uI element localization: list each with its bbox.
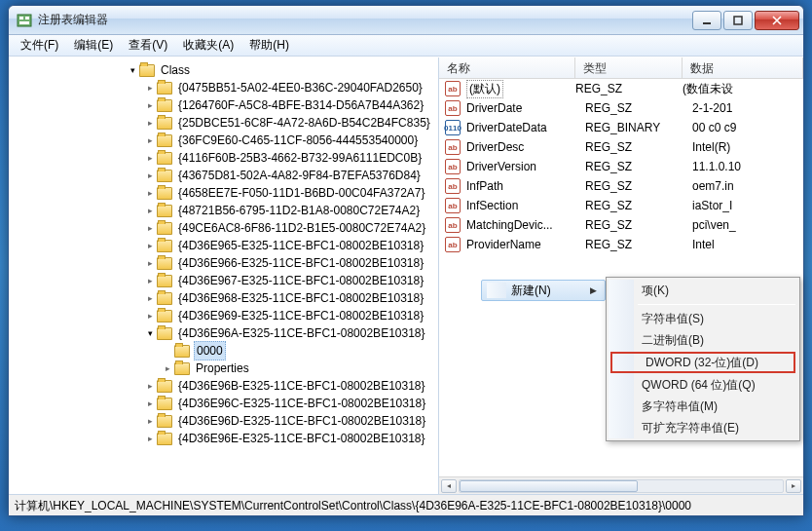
tree-label: 0000: [194, 341, 226, 360]
folder-icon: [157, 415, 172, 428]
window-buttons: [692, 11, 799, 30]
tree-item[interactable]: ▸{4116F60B-25B3-4662-B732-99A6111EDC0B}: [18, 149, 438, 167]
tree-item[interactable]: ▸{4D36E96B-E325-11CE-BFC1-08002BE10318}: [18, 377, 438, 395]
value-row[interactable]: abDriverVersionREG_SZ11.1.0.10: [439, 157, 803, 176]
value-row[interactable]: abMatchingDevic...REG_SZpci\ven_: [439, 215, 803, 235]
expand-icon[interactable]: ▸: [143, 432, 157, 445]
collapse-icon[interactable]: ▾: [143, 326, 157, 340]
expand-icon[interactable]: ▸: [143, 239, 157, 252]
tree-item[interactable]: ▸{4D36E966-E325-11CE-BFC1-08002BE10318}: [18, 254, 438, 272]
string-value-icon: ab: [445, 100, 461, 116]
expand-icon[interactable]: ▸: [143, 291, 157, 305]
window-title: 注册表编辑器: [38, 12, 692, 28]
expand-icon[interactable]: ▸: [143, 309, 157, 322]
tree-item[interactable]: ▸{4D36E96D-E325-11CE-BFC1-08002BE10318}: [18, 412, 438, 430]
horizontal-scrollbar[interactable]: ◂ ▸: [439, 476, 803, 494]
menu-new-string[interactable]: 字符串值(S): [609, 308, 797, 329]
tree-pane[interactable]: ▾ Class ▸{0475BB51-5A02-4EE0-B36C-29040F…: [9, 57, 439, 494]
string-value-icon: ab: [445, 217, 461, 233]
minimize-button[interactable]: [692, 11, 721, 30]
tree-label: {4D36E966-E325-11CE-BFC1-08002BE10318}: [176, 254, 425, 272]
scroll-left-icon[interactable]: ◂: [441, 479, 457, 493]
expand-icon[interactable]: ▸: [143, 116, 157, 130]
expand-icon[interactable]: ▸: [143, 186, 157, 200]
expand-icon[interactable]: ▸: [143, 274, 157, 287]
tree-item[interactable]: ▸{4D36E96E-E325-11CE-BFC1-08002BE10318}: [18, 430, 438, 447]
expand-icon[interactable]: ▸: [143, 397, 157, 410]
tree-label: {4116F60B-25B3-4662-B732-99A6111EDC0B}: [176, 149, 424, 167]
tree-item[interactable]: ▸{43675D81-502A-4A82-9F84-B7EFA5376D84}: [18, 167, 438, 184]
menu-favorites[interactable]: 收藏夹(A): [175, 35, 241, 56]
expand-icon[interactable]: ▸: [143, 81, 157, 95]
app-icon: [17, 13, 32, 28]
menu-new-dword[interactable]: DWORD (32-位)值(D): [610, 352, 795, 373]
context-new-item[interactable]: 新建(N) ▶: [481, 280, 606, 301]
scroll-right-icon[interactable]: ▸: [786, 479, 801, 493]
svg-rect-5: [734, 17, 742, 24]
column-type[interactable]: 类型: [575, 57, 683, 78]
column-data[interactable]: 数据: [683, 57, 803, 78]
value-name: DriverDate: [466, 101, 585, 115]
menu-file[interactable]: 文件(F): [13, 35, 66, 56]
folder-icon: [157, 170, 172, 182]
tree-label: {4D36E96C-E325-11CE-BFC1-08002BE10318}: [176, 395, 427, 412]
menu-view[interactable]: 查看(V): [121, 35, 175, 56]
menu-edit[interactable]: 编辑(E): [66, 35, 121, 56]
tree-item[interactable]: ▸{48721B56-6795-11D2-B1A8-0080C72E74A2}: [18, 202, 438, 219]
expand-icon[interactable]: [161, 344, 174, 358]
expand-icon[interactable]: ▸: [143, 221, 157, 235]
tree-item[interactable]: ▸{36FC9E60-C465-11CF-8056-444553540000}: [18, 132, 438, 149]
menu-new-binary[interactable]: 二进制值(B): [609, 329, 797, 351]
collapse-icon[interactable]: ▾: [126, 63, 139, 77]
tree-item[interactable]: ▸{4D36E967-E325-11CE-BFC1-08002BE10318}: [18, 272, 438, 289]
tree-item[interactable]: ▸{4D36E965-E325-11CE-BFC1-08002BE10318}: [18, 237, 438, 254]
tree-item[interactable]: ▸{0475BB51-5A02-4EE0-B36C-29040FAD2650}: [18, 79, 438, 96]
menu-separator: [638, 304, 795, 305]
value-row[interactable]: abInfPathREG_SZoem7.in: [439, 176, 803, 196]
tree-label: {0475BB51-5A02-4EE0-B36C-29040FAD2650}: [176, 79, 424, 96]
menu-new-qword[interactable]: QWORD (64 位)值(Q): [609, 374, 797, 396]
menu-help[interactable]: 帮助(H): [241, 35, 297, 56]
menu-new-key[interactable]: 项(K): [609, 280, 797, 301]
expand-icon[interactable]: ▸: [143, 133, 157, 147]
tree-item[interactable]: ▸{4D36E969-E325-11CE-BFC1-08002BE10318}: [18, 307, 438, 324]
value-row[interactable]: ab(默认)REG_SZ(数值未设: [439, 79, 803, 98]
value-name: MatchingDevic...: [466, 218, 585, 232]
value-data: (数值未设: [683, 81, 803, 97]
expand-icon[interactable]: ▸: [143, 98, 157, 112]
tree-item[interactable]: ▸{4D36E968-E325-11CE-BFC1-08002BE10318}: [18, 289, 438, 307]
value-type: REG_SZ: [585, 218, 692, 232]
tree-item[interactable]: ▸{4D36E96C-E325-11CE-BFC1-08002BE10318}: [18, 395, 438, 412]
tree-item[interactable]: ▸{25DBCE51-6C8F-4A72-8A6D-B54C2B4FC835}: [18, 114, 438, 132]
expand-icon[interactable]: ▸: [143, 256, 157, 270]
tree-item[interactable]: 0000: [18, 342, 438, 360]
expand-icon[interactable]: ▸: [143, 151, 157, 165]
tree-root[interactable]: ▾ Class: [18, 61, 438, 79]
tree-item[interactable]: ▸{1264760F-A5C8-4BFE-B314-D56A7B44A362}: [18, 96, 438, 114]
value-row[interactable]: abInfSectionREG_SZiaStor_I: [439, 196, 803, 215]
folder-icon: [157, 117, 172, 130]
value-type: REG_SZ: [575, 82, 683, 95]
expand-icon[interactable]: ▸: [161, 361, 174, 375]
value-row[interactable]: abDriverDateREG_SZ2-1-201: [439, 98, 803, 118]
titlebar[interactable]: 注册表编辑器: [9, 6, 803, 35]
menu-new-expandstring[interactable]: 可扩充字符串值(E): [609, 417, 797, 438]
column-name[interactable]: 名称: [439, 57, 575, 78]
value-row[interactable]: abProviderNameREG_SZIntel: [439, 235, 803, 254]
expand-icon[interactable]: ▸: [143, 169, 157, 182]
menu-new-multistring[interactable]: 多字符串值(M): [609, 396, 797, 417]
expand-icon[interactable]: ▸: [143, 204, 157, 217]
tree-label: {4D36E965-E325-11CE-BFC1-08002BE10318}: [176, 237, 425, 254]
tree-item[interactable]: ▸Properties: [18, 360, 438, 377]
scroll-track[interactable]: [459, 479, 784, 493]
expand-icon[interactable]: ▸: [143, 379, 157, 393]
tree-item[interactable]: ▸{4658EE7E-F050-11D1-B6BD-00C04FA372A7}: [18, 184, 438, 202]
expand-icon[interactable]: ▸: [143, 414, 157, 428]
value-row[interactable]: 0110DriverDateDataREG_BINARY00 c0 c9: [439, 118, 803, 137]
maximize-button[interactable]: [723, 11, 753, 30]
tree-label: {4D36E967-E325-11CE-BFC1-08002BE10318}: [176, 272, 425, 289]
tree-item[interactable]: ▸{49CE6AC8-6F86-11D2-B1E5-0080C72E74A2}: [18, 219, 438, 237]
value-row[interactable]: abDriverDescREG_SZIntel(R): [439, 137, 803, 157]
tree-item[interactable]: ▾{4D36E96A-E325-11CE-BFC1-08002BE10318}: [18, 324, 438, 342]
close-button[interactable]: [755, 11, 799, 30]
